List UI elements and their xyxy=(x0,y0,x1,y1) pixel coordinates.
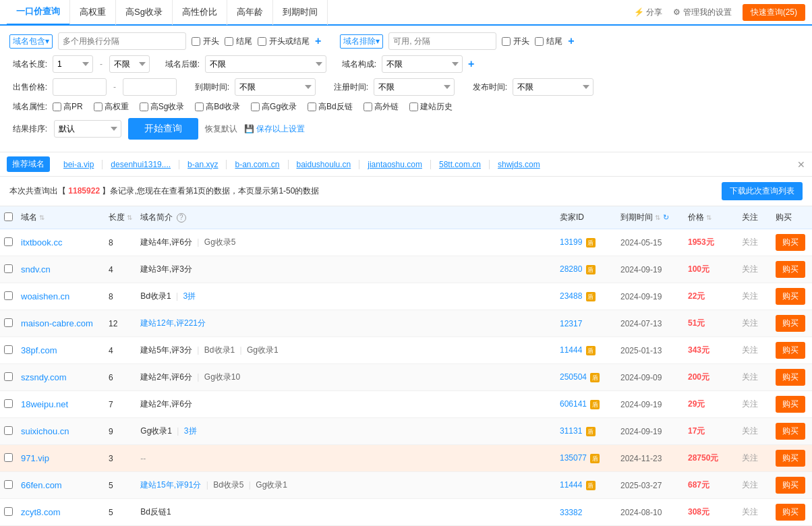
nav-item-daojishijian[interactable]: 到期时间 xyxy=(273,0,328,25)
domain-exclude-input[interactable] xyxy=(388,32,496,50)
domain-link[interactable]: woaishen.cn xyxy=(21,291,69,301)
end-check-2[interactable]: 结尾 xyxy=(535,36,562,47)
structure-select[interactable]: 不限 xyxy=(382,55,463,73)
domain-exclude-label[interactable]: 域名排除▾ xyxy=(340,34,383,49)
row-checkbox[interactable] xyxy=(4,345,13,354)
rec-domain-2[interactable]: b-an.xyz xyxy=(179,160,227,169)
attr-highbd[interactable]: 高Bd收录 xyxy=(195,101,240,113)
row-checkbox[interactable] xyxy=(4,372,13,381)
nav-item-gaosg[interactable]: 高Sg收录 xyxy=(116,0,173,25)
attr-highext[interactable]: 高外链 xyxy=(364,101,399,113)
domain-exclude-plus[interactable]: + xyxy=(568,35,574,47)
download-button[interactable]: 下载此次查询列表 xyxy=(722,182,803,200)
attr-highsg[interactable]: 高Sg收录 xyxy=(140,101,185,113)
expire-refresh-icon[interactable]: ↻ xyxy=(663,213,669,221)
attr-history[interactable]: 建站历史 xyxy=(409,101,453,113)
start-checkbox-1[interactable] xyxy=(192,37,200,46)
domain-link[interactable]: 66fen.com xyxy=(21,480,62,490)
end-checkbox-2[interactable] xyxy=(535,37,544,46)
select-all-checkbox[interactable] xyxy=(4,212,13,221)
buy-button[interactable]: 购买 xyxy=(776,477,805,494)
rec-domain-1[interactable]: desenhui1319.... xyxy=(103,160,179,169)
start-check-1[interactable]: 开头 xyxy=(192,36,219,47)
follow-button[interactable]: 关注 xyxy=(742,318,758,328)
follow-button[interactable]: 关注 xyxy=(742,426,758,436)
row-checkbox[interactable] xyxy=(4,426,13,435)
rec-domain-7[interactable]: shwjds.com xyxy=(490,160,548,169)
length-from-select[interactable]: 12345 xyxy=(53,55,93,73)
follow-button[interactable]: 关注 xyxy=(742,372,758,382)
seller-link[interactable]: 11444 xyxy=(560,480,582,490)
restore-default-button[interactable]: 恢复默认 xyxy=(205,123,237,135)
domain-link[interactable]: szsndy.com xyxy=(21,372,67,382)
buy-button[interactable]: 购买 xyxy=(776,261,805,278)
rec-domain-3[interactable]: b-an.com.cn xyxy=(227,160,288,169)
length-to-select[interactable]: 不限5678 xyxy=(109,55,150,73)
domain-link[interactable]: maison-cabre.com xyxy=(21,318,93,328)
rec-domain-4[interactable]: baidushoulu.cn xyxy=(289,160,360,169)
price-to-input[interactable] xyxy=(123,78,177,96)
buy-button[interactable]: 购买 xyxy=(776,504,805,521)
settings-button[interactable]: ⚙ 管理我的设置 xyxy=(673,7,731,18)
rec-close-button[interactable]: ✕ xyxy=(797,159,805,170)
save-settings-button[interactable]: 💾 保存以上设置 xyxy=(244,123,305,135)
expire-select[interactable]: 不限 xyxy=(235,78,316,96)
row-checkbox[interactable] xyxy=(4,318,13,327)
attr-highpr[interactable]: 高PR xyxy=(53,101,83,113)
row-checkbox[interactable] xyxy=(4,264,13,273)
buy-button[interactable]: 购买 xyxy=(776,342,805,359)
domain-link[interactable]: 18weipu.net xyxy=(21,399,68,409)
buy-button[interactable]: 购买 xyxy=(776,369,805,386)
row-checkbox[interactable] xyxy=(4,507,13,516)
desc-tip-icon[interactable]: ? xyxy=(177,213,186,223)
buy-button[interactable]: 购买 xyxy=(776,450,805,467)
domain-link[interactable]: 38pf.com xyxy=(21,345,57,355)
end-check-1[interactable]: 结尾 xyxy=(225,36,252,47)
domain-link[interactable]: suixichou.cn xyxy=(21,426,69,436)
sort-select[interactable]: 默认 xyxy=(54,120,121,138)
seller-link[interactable]: 606141 xyxy=(560,399,587,409)
domain-link[interactable]: 971.vip xyxy=(21,453,49,463)
domain-sort-icon[interactable]: ⇅ xyxy=(39,214,45,221)
domain-link[interactable]: itxtbook.cc xyxy=(21,237,62,247)
domain-link[interactable]: sndv.cn xyxy=(21,264,51,274)
seller-link[interactable]: 13199 xyxy=(560,237,582,247)
buy-button[interactable]: 购买 xyxy=(776,315,805,332)
domain-contain-input[interactable] xyxy=(58,32,186,50)
rec-domain-0[interactable]: bei-a.vip xyxy=(55,160,103,169)
start-or-end-check[interactable]: 开头或结尾 xyxy=(258,36,310,47)
seller-link[interactable]: 31131 xyxy=(560,426,582,436)
rec-domain-5[interactable]: jiantaoshu.com xyxy=(359,160,431,169)
pub-date-select[interactable]: 不限 xyxy=(513,78,593,96)
share-button[interactable]: ⚡ 分享 xyxy=(634,7,662,18)
nav-item-gaoxingjiabi[interactable]: 高性价比 xyxy=(173,0,227,25)
buy-button[interactable]: 购买 xyxy=(776,288,805,305)
follow-button[interactable]: 关注 xyxy=(742,345,758,355)
seller-link[interactable]: 135077 xyxy=(560,453,587,463)
reg-date-select[interactable]: 不限 xyxy=(374,78,455,96)
start-checkbox-2[interactable] xyxy=(502,37,511,46)
price-sort-icon[interactable]: ⇅ xyxy=(706,214,712,221)
follow-button[interactable]: 关注 xyxy=(742,399,758,409)
attr-highbdlink[interactable]: 高Bd反链 xyxy=(308,101,353,113)
buy-button[interactable]: 购买 xyxy=(776,234,805,251)
expire-sort-icon[interactable]: ⇅ xyxy=(655,214,660,221)
start-or-end-checkbox[interactable] xyxy=(258,37,266,46)
end-checkbox-1[interactable] xyxy=(225,37,233,46)
attr-highgg[interactable]: 高Gg收录 xyxy=(251,101,297,113)
quick-query-button[interactable]: 快速查询(25) xyxy=(743,4,805,21)
buy-button[interactable]: 购买 xyxy=(776,423,805,440)
nav-item-gaoquanzhong[interactable]: 高权重 xyxy=(70,0,116,25)
nav-item-gaonianling[interactable]: 高年龄 xyxy=(227,0,273,25)
nav-item-yikoujiachaxun[interactable]: 一口价查询 xyxy=(7,0,70,25)
follow-button[interactable]: 关注 xyxy=(742,264,758,274)
seller-link[interactable]: 11444 xyxy=(560,345,582,355)
rec-domain-6[interactable]: 58tt.com.cn xyxy=(431,160,490,169)
start-check-2[interactable]: 开头 xyxy=(502,36,529,47)
buy-button[interactable]: 购买 xyxy=(776,396,805,413)
row-checkbox[interactable] xyxy=(4,480,13,489)
suffix-select[interactable]: 不限 xyxy=(205,55,326,73)
structure-plus[interactable]: + xyxy=(468,58,474,70)
follow-button[interactable]: 关注 xyxy=(742,507,758,517)
domain-contain-label[interactable]: 域名包含▾ xyxy=(9,34,53,49)
